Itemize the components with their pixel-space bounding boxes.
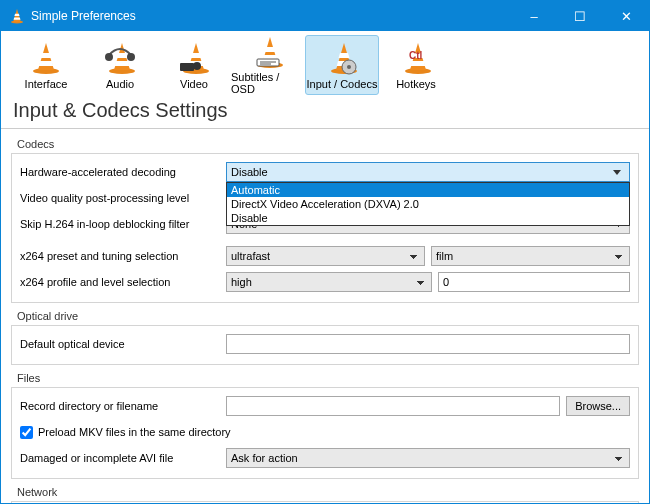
- maximize-button[interactable]: ☐: [557, 1, 603, 31]
- browse-button[interactable]: Browse...: [566, 396, 630, 416]
- quality-label: Video quality post-processing level: [20, 192, 220, 204]
- preload-mkv-checkbox[interactable]: Preload MKV files in the same directory: [20, 426, 231, 439]
- tab-input-codecs[interactable]: Input / Codecs: [305, 35, 379, 95]
- network-group-label: Network: [11, 483, 639, 501]
- svg-text:Ctl: Ctl: [409, 50, 423, 61]
- svg-point-4: [193, 62, 201, 70]
- record-dir-label: Record directory or filename: [20, 400, 220, 412]
- optical-device-select[interactable]: [226, 334, 630, 354]
- tab-video[interactable]: Video: [157, 35, 231, 95]
- interface-icon: [28, 40, 64, 76]
- optical-group-label: Optical drive: [11, 307, 639, 325]
- window-title: Simple Preferences: [31, 9, 511, 23]
- optical-device-label: Default optical device: [20, 338, 220, 350]
- x264-level-input[interactable]: [438, 272, 630, 292]
- tab-interface[interactable]: Interface: [9, 35, 83, 95]
- hw-decoding-label: Hardware-accelerated decoding: [20, 166, 220, 178]
- avi-label: Damaged or incomplete AVI file: [20, 452, 220, 464]
- x264-tuning-select[interactable]: film: [431, 246, 630, 266]
- x264-preset-select[interactable]: ultrafast: [226, 246, 425, 266]
- codecs-group-label: Codecs: [11, 135, 639, 153]
- audio-icon: [102, 40, 138, 76]
- skip-filter-label: Skip H.264 in-loop deblocking filter: [20, 218, 220, 230]
- svg-point-9: [347, 65, 351, 69]
- page-title: Input & Codecs Settings: [1, 95, 649, 129]
- settings-content: Codecs Hardware-accelerated decoding Dis…: [1, 129, 649, 503]
- titlebar: Simple Preferences – ☐ ✕: [1, 1, 649, 31]
- svg-point-2: [127, 53, 135, 61]
- input-codecs-icon: [324, 40, 360, 76]
- hw-option-automatic[interactable]: Automatic: [227, 183, 629, 197]
- files-group-label: Files: [11, 369, 639, 387]
- x264-profile-label: x264 profile and level selection: [20, 276, 220, 288]
- x264-profile-select[interactable]: high: [226, 272, 432, 292]
- hw-decoding-dropdown-list: Automatic DirectX Video Acceleration (DX…: [226, 182, 630, 226]
- svg-point-1: [105, 53, 113, 61]
- hw-option-disable[interactable]: Disable: [227, 211, 629, 225]
- x264-preset-label: x264 preset and tuning selection: [20, 250, 220, 262]
- hw-decoding-select[interactable]: Disable Automatic DirectX Video Accelera…: [226, 162, 630, 182]
- category-tabs: Interface Audio Video Subtitles / OSD In…: [1, 31, 649, 95]
- hw-option-dxva[interactable]: DirectX Video Acceleration (DXVA) 2.0: [227, 197, 629, 211]
- close-button[interactable]: ✕: [603, 1, 649, 31]
- svg-rect-3: [180, 63, 194, 71]
- record-dir-input[interactable]: [226, 396, 560, 416]
- hotkeys-icon: Ctl: [398, 40, 434, 76]
- avi-select[interactable]: Ask for action: [226, 448, 630, 468]
- app-icon: [9, 8, 25, 24]
- tab-subtitles[interactable]: Subtitles / OSD: [231, 35, 305, 95]
- tab-hotkeys[interactable]: Ctl Hotkeys: [379, 35, 453, 95]
- minimize-button[interactable]: –: [511, 1, 557, 31]
- subtitles-icon: [250, 35, 286, 69]
- tab-audio[interactable]: Audio: [83, 35, 157, 95]
- video-icon: [176, 40, 212, 76]
